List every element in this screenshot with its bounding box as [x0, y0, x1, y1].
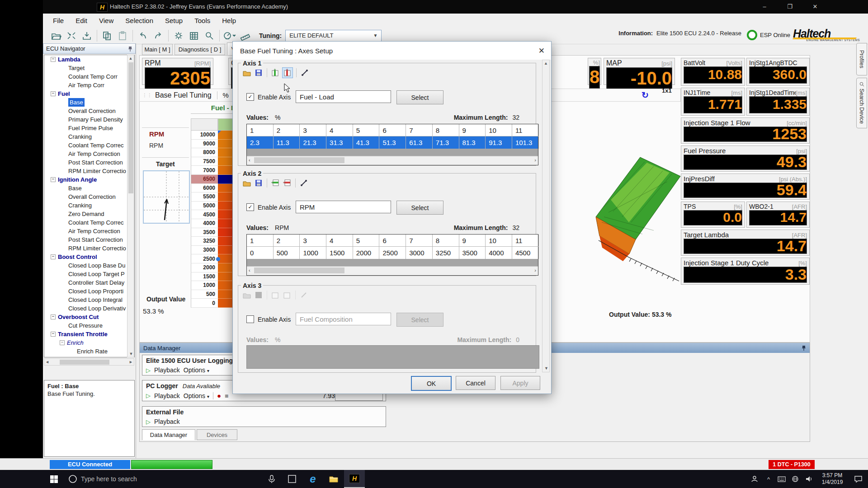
tree-item-target[interactable]: Target: [44, 64, 134, 72]
collapse-icon[interactable]: −: [51, 314, 56, 319]
settings-gear-icon[interactable]: [171, 29, 186, 42]
row-header[interactable]: 1000: [191, 281, 218, 290]
axis1-enable-checkbox[interactable]: ✓: [246, 93, 254, 101]
redo-icon[interactable]: [151, 29, 166, 42]
tree-item-enrich[interactable]: −Enrich: [44, 338, 134, 347]
search-input[interactable]: Type here to search: [81, 475, 212, 483]
axis-value-cell[interactable]: 81.3: [459, 136, 486, 149]
tree-item-coolant-temp-correc[interactable]: Coolant Temp Correc: [44, 218, 134, 227]
row-header[interactable]: 7500: [191, 157, 218, 166]
row-header[interactable]: 9000: [191, 140, 218, 149]
tree-item-air-temp-correction[interactable]: Air Temp Correction: [44, 150, 134, 158]
axis3-enable-checkbox[interactable]: [246, 315, 254, 323]
axis1-select-button[interactable]: Select: [396, 90, 443, 104]
row-header[interactable]: 3250: [191, 237, 218, 246]
tree-item-closed-loop-proporti[interactable]: Closed Loop Proporti: [44, 287, 134, 296]
row-header[interactable]: 5500: [191, 192, 218, 202]
axis-value-cell[interactable]: 2000: [353, 247, 380, 259]
axis-value-cell[interactable]: 4500: [512, 247, 539, 259]
tree-item-air-temp-correction[interactable]: Air Temp Correction: [44, 227, 134, 235]
drag-handle[interactable]: ⋮⋮: [142, 93, 152, 98]
axis-value-cell[interactable]: 51.3: [379, 136, 406, 149]
scroll-thumb[interactable]: [128, 62, 133, 193]
row-header[interactable]: 5000: [191, 202, 218, 211]
axis-value-cell[interactable]: 2.3: [247, 136, 274, 149]
tree-item-rpm-limiter-correctio[interactable]: RPM Limiter Correctio: [44, 167, 134, 175]
record-icon[interactable]: ●: [217, 392, 221, 399]
tree-item-cranking[interactable]: Cranking: [44, 201, 134, 210]
axis-value-cell[interactable]: 4000: [486, 247, 512, 259]
tab-devices[interactable]: Devices: [197, 429, 237, 440]
tuning-dropdown[interactable]: ELITE DEFAULT ▼: [285, 30, 382, 42]
axis-value-cell[interactable]: 21.3: [300, 136, 326, 149]
playback-button[interactable]: Playback: [154, 392, 180, 399]
scroll-up-icon[interactable]: ▲: [127, 55, 134, 62]
tree-item-closed-loop-base-du[interactable]: Closed Loop Base Du: [44, 261, 134, 270]
pin-icon[interactable]: [128, 46, 132, 52]
taskbar-clock[interactable]: 3:57 PM1/4/2019: [816, 472, 848, 486]
menu-edit[interactable]: Edit: [70, 15, 93, 26]
tab-diagnostics[interactable]: Diagnostics [ D ]: [175, 44, 225, 55]
cortana-icon[interactable]: [65, 470, 81, 488]
load-axis-icon[interactable]: [242, 178, 252, 188]
axis-value-cell[interactable]: 1000: [300, 247, 326, 259]
play-icon[interactable]: ▷: [146, 367, 151, 374]
save-axis-icon[interactable]: [254, 68, 264, 78]
tree-item-zero-demand[interactable]: Zero Demand: [44, 210, 134, 218]
tree-item-boost-control[interactable]: −Boost Control: [44, 253, 134, 261]
stop-icon[interactable]: ■: [225, 392, 228, 399]
row-header[interactable]: 500: [191, 290, 218, 299]
options-button[interactable]: Options ▾: [184, 392, 209, 399]
ruler-icon[interactable]: [237, 29, 253, 42]
row-header[interactable]: 4000: [191, 219, 218, 228]
tree-item-fuel[interactable]: −Fuel: [44, 89, 134, 98]
collapse-icon[interactable]: −: [51, 254, 56, 259]
axis-table-scrollbar[interactable]: ‹›: [247, 266, 538, 275]
axis-value-cell[interactable]: 500: [274, 247, 300, 259]
connect-ecu-icon[interactable]: [64, 29, 79, 42]
insert-column-icon[interactable]: [270, 68, 280, 78]
axis-value-cell[interactable]: 3000: [406, 247, 433, 259]
tab-profiles[interactable]: Profiles: [856, 43, 867, 75]
tab-search-device[interactable]: Search Device: [856, 78, 867, 128]
network-icon[interactable]: [788, 470, 802, 488]
row-header[interactable]: 2000: [191, 263, 218, 272]
axis-value-cell[interactable]: 11.3: [274, 136, 300, 149]
tree-item-closed-loop-integral[interactable]: Closed Loop Integral: [44, 296, 134, 304]
dialog-title-bar[interactable]: Base Fuel Tuning : Axes Setup: [233, 42, 551, 60]
dialog-scrollbar[interactable]: ▲ ▼: [542, 60, 550, 372]
interpolate-icon[interactable]: [299, 178, 309, 188]
tree-horizontal-scrollbar[interactable]: ◄ ►: [44, 358, 134, 366]
search-icon[interactable]: [202, 29, 217, 42]
people-icon[interactable]: [747, 470, 762, 488]
delete-row-icon[interactable]: [282, 178, 292, 188]
gauge-view-icon[interactable]: [222, 29, 237, 42]
tree-item-primary-fuel-density[interactable]: Primary Fuel Density: [44, 115, 134, 124]
menu-view[interactable]: View: [94, 15, 119, 26]
axis-value-cell[interactable]: 31.3: [326, 136, 353, 149]
volume-icon[interactable]: [802, 470, 816, 488]
collapse-icon[interactable]: −: [51, 177, 56, 182]
ok-button[interactable]: OK: [411, 376, 452, 391]
tree-item-cut-pressure[interactable]: Cut Pressure: [44, 321, 134, 330]
tree-item-air-temp-corr[interactable]: Air Temp Corr: [44, 81, 134, 89]
axis3-channel-input[interactable]: Fuel Composition: [296, 313, 391, 325]
tree-item-fuel-prime-pulse[interactable]: Fuel Prime Pulse: [44, 124, 134, 132]
menu-tools[interactable]: Tools: [189, 15, 216, 26]
collapse-icon[interactable]: −: [51, 57, 56, 62]
play-icon[interactable]: ▷: [146, 418, 151, 425]
paste-icon[interactable]: [115, 29, 130, 42]
axis2-values-table[interactable]: 1234567891011050010001500200025003000325…: [246, 234, 538, 276]
axis2-channel-input[interactable]: RPM: [296, 201, 391, 213]
playback-button[interactable]: Playback: [154, 366, 180, 374]
tree-item-enrich-rate[interactable]: Enrich Rate: [44, 347, 134, 356]
axis-value-cell[interactable]: 3250: [433, 247, 459, 259]
tab-data-manager[interactable]: Data Manager: [142, 429, 195, 440]
tree-item-closed-loop-target-p[interactable]: Closed Loop Target P: [44, 270, 134, 278]
action-center-icon[interactable]: [848, 470, 868, 488]
tab-main[interactable]: Main [ M ]: [142, 44, 173, 55]
menu-help[interactable]: Help: [217, 15, 241, 26]
delete-column-icon[interactable]: [282, 67, 293, 78]
open-file-icon[interactable]: [48, 29, 64, 42]
tree-item-post-start-correction[interactable]: Post Start Correction: [44, 235, 134, 244]
